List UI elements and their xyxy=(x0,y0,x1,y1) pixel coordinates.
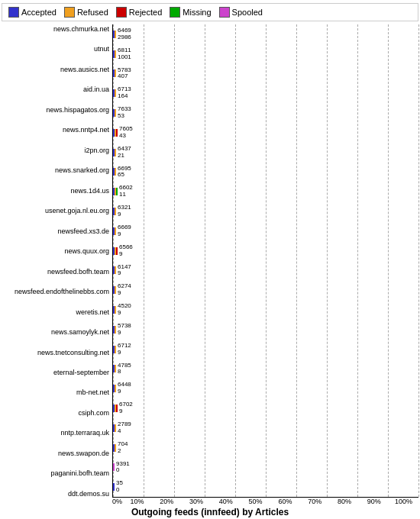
bar-value-label: 67129 xyxy=(118,343,131,356)
x-axis-label: 90% xyxy=(359,498,389,505)
refused-bar-segment xyxy=(115,306,116,314)
primary-value: 6713 xyxy=(118,85,131,92)
y-label: utnut xyxy=(2,46,109,53)
refused-bar-segment xyxy=(115,266,116,274)
x-axis-label: 40% xyxy=(211,498,241,505)
table-row: 47858 xyxy=(113,359,418,379)
primary-value: 6469 xyxy=(118,27,131,34)
primary-value: 6602 xyxy=(119,184,133,191)
table-row: 763353 xyxy=(113,103,418,123)
table-row: 57389 xyxy=(113,320,418,340)
bar-value-label: 669565 xyxy=(118,166,131,179)
x-axis-label: 10% xyxy=(122,498,152,505)
rejected-bar-segment xyxy=(116,129,118,137)
primary-value: 35 xyxy=(116,479,123,486)
refused-bar-segment xyxy=(115,69,116,77)
bar-value-label: 45209 xyxy=(118,303,131,317)
y-label: weretis.net xyxy=(2,309,109,316)
legend-accepted: Accepted xyxy=(8,7,57,18)
bar-value-label: 57389 xyxy=(118,323,131,337)
y-axis-labels: news.chmurka.netutnutnews.ausics.netaid.… xyxy=(2,24,112,498)
rejected-bar-segment xyxy=(116,405,118,412)
primary-value: 5738 xyxy=(118,322,131,329)
table-row: 67029 xyxy=(113,398,418,418)
refused-bar-segment xyxy=(115,208,116,215)
bar-value-label: 5783407 xyxy=(118,67,131,81)
primary-value: 4520 xyxy=(118,302,131,309)
primary-value: 6702 xyxy=(119,401,133,408)
table-row: 660211 xyxy=(113,182,418,201)
y-label: usenet.goja.nl.eu.org xyxy=(2,208,109,214)
secondary-value: 9 xyxy=(119,250,122,257)
legend-refused: Refused xyxy=(64,7,108,18)
x-axis-label: 60% xyxy=(270,498,300,505)
y-label: paganini.bofh.team xyxy=(2,470,109,477)
x-axis-labels: 0%10%20%30%40%50%60%70%80%90%100% xyxy=(112,498,418,505)
legend-rejected: Rejected xyxy=(116,7,162,18)
table-row: 63219 xyxy=(113,201,418,221)
primary-value: 7605 xyxy=(119,125,133,132)
x-axis-label: 0% xyxy=(112,498,122,505)
bars-area: 6469298668111001578340767131647633537605… xyxy=(112,24,418,498)
bar-value-label: 68111001 xyxy=(118,47,131,61)
x-axis-label: 100% xyxy=(389,498,418,505)
y-label: news.tnetconsulting.net xyxy=(2,350,109,356)
y-label: news.swapon.de xyxy=(2,450,109,457)
table-row: 6713164 xyxy=(113,83,418,103)
secondary-value: 2986 xyxy=(118,34,131,40)
primary-value: 4785 xyxy=(118,362,131,369)
rejected-bar-segment xyxy=(116,247,118,255)
refused-bar-segment xyxy=(115,385,116,392)
secondary-value: 9 xyxy=(118,230,121,237)
x-axis-label: 70% xyxy=(300,498,330,505)
x-axis-label: 80% xyxy=(330,498,360,505)
table-row: 643721 xyxy=(113,143,418,163)
missing-bar-segment xyxy=(116,188,118,195)
bar-value-label: 7042 xyxy=(118,441,128,455)
bar-value-label: 63219 xyxy=(118,205,131,218)
primary-value: 6147 xyxy=(118,263,131,270)
table-row: 93910 xyxy=(113,458,418,478)
table-row: 67129 xyxy=(113,340,418,359)
y-label: news.samoylyk.net xyxy=(2,329,109,336)
refused-bar-segment xyxy=(115,168,116,176)
grid-line xyxy=(418,24,419,497)
secondary-value: 407 xyxy=(118,73,128,79)
primary-value: 6448 xyxy=(118,381,131,388)
refused-bar-segment xyxy=(115,286,116,294)
legend-spooled: Spooled xyxy=(219,7,263,18)
y-label: mb-net.net xyxy=(2,389,109,396)
missing-label: Missing xyxy=(183,8,211,17)
table-row: 350 xyxy=(113,477,418,497)
rejected-label: Rejected xyxy=(129,8,162,17)
secondary-value: 11 xyxy=(119,191,126,198)
bar-value-label: 67029 xyxy=(119,401,133,415)
primary-value: 7633 xyxy=(118,105,131,112)
refused-bar-segment xyxy=(115,227,116,235)
primary-value: 9391 xyxy=(116,460,130,467)
refused-bar-segment xyxy=(115,109,116,117)
primary-value: 5783 xyxy=(118,66,131,73)
table-row: 27894 xyxy=(113,418,418,438)
y-label: eternal-september xyxy=(2,369,109,376)
missing-color-swatch xyxy=(170,7,180,18)
secondary-value: 164 xyxy=(118,92,128,99)
refused-bar-segment xyxy=(115,89,116,97)
refused-bar-segment xyxy=(115,346,116,353)
bar-value-label: 66699 xyxy=(118,224,131,238)
refused-label: Refused xyxy=(77,8,108,17)
table-row: 5783407 xyxy=(113,64,418,84)
y-label: news.chmurka.net xyxy=(2,26,109,33)
secondary-value: 65 xyxy=(118,171,124,178)
primary-value: 6695 xyxy=(118,165,131,172)
chart-title: Outgoing feeds (innfeed) by Articles xyxy=(2,507,418,517)
table-row: 66699 xyxy=(113,221,418,241)
y-label: news.snarked.org xyxy=(2,167,109,174)
bar-value-label: 62749 xyxy=(118,283,131,297)
bar-rows: 6469298668111001578340767131647633537605… xyxy=(113,24,418,497)
bar-value-label: 64692986 xyxy=(118,27,131,41)
refused-bar-segment xyxy=(115,50,116,58)
refused-bar-segment xyxy=(115,149,116,156)
y-label: ddt.demos.su xyxy=(2,491,109,498)
primary-value: 6274 xyxy=(118,282,131,289)
